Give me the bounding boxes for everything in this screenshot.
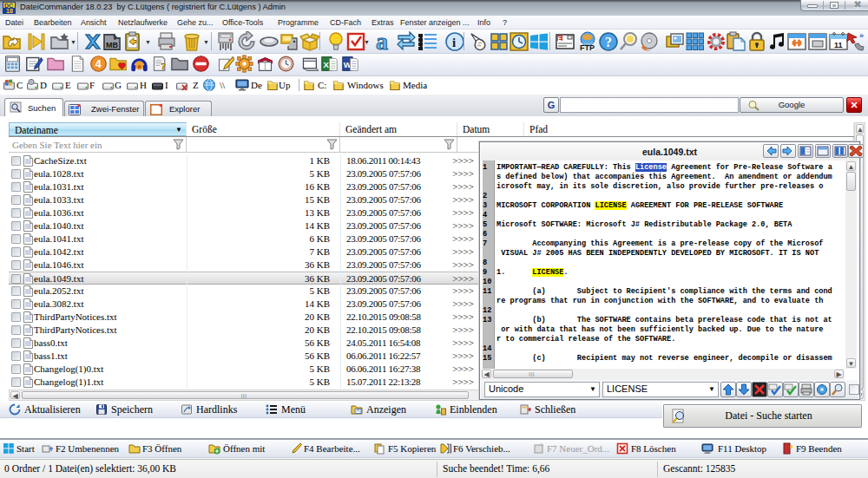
svg-text:X: X xyxy=(324,60,330,69)
svg-text:11: 11 xyxy=(834,41,843,49)
svg-text:18: 18 xyxy=(6,8,13,14)
svg-text:?: ? xyxy=(113,34,117,42)
svg-text:a: a xyxy=(376,31,388,52)
svg-text:FTP: FTP xyxy=(580,43,595,52)
svg-text:4: 4 xyxy=(95,57,102,70)
svg-text:?: ? xyxy=(605,35,612,49)
svg-text:MB: MB xyxy=(106,41,118,49)
svg-text:?: ? xyxy=(161,61,166,71)
svg-text:i: i xyxy=(452,36,456,49)
svg-text:E: E xyxy=(558,36,562,42)
